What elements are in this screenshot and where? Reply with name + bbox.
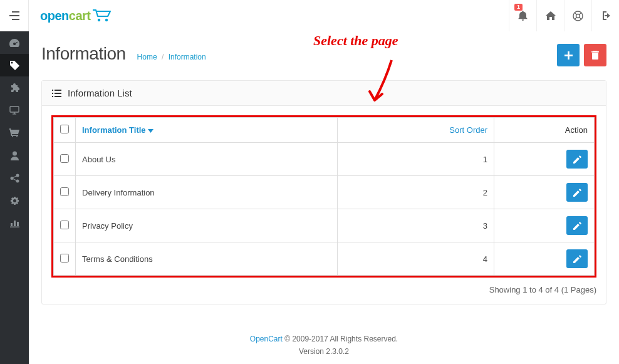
pencil-icon [573, 189, 581, 197]
sidebar-extensions[interactable] [0, 76, 29, 99]
svg-rect-4 [9, 19, 12, 20]
sidebar-marketing[interactable] [0, 167, 29, 189]
pencil-icon [573, 222, 581, 230]
edit-button[interactable] [566, 249, 588, 268]
svg-rect-25 [11, 223, 13, 226]
svg-line-22 [13, 176, 16, 178]
logo-text-open: open [40, 9, 69, 23]
row-sort-order: 2 [338, 176, 494, 209]
edit-button[interactable] [566, 216, 588, 235]
chart-icon [10, 219, 19, 227]
svg-rect-30 [52, 90, 53, 91]
footer-brand-link[interactable]: OpenCart [250, 335, 283, 343]
svg-rect-2 [9, 15, 19, 16]
breadcrumb-separator: / [162, 53, 164, 61]
menu-toggle-icon [9, 11, 19, 20]
plus-icon [564, 51, 573, 60]
svg-point-21 [16, 179, 19, 182]
svg-rect-27 [17, 222, 19, 226]
delete-button[interactable] [584, 44, 606, 66]
table-row: Terms & Conditions 4 [54, 242, 595, 276]
footer-version: Version 2.3.0.2 [41, 345, 606, 358]
svg-point-20 [16, 174, 19, 177]
svg-point-8 [576, 14, 580, 18]
svg-rect-26 [14, 221, 16, 226]
table-wrap: Information Title Sort Order Action Abou… [51, 115, 596, 278]
help-button[interactable] [564, 0, 591, 31]
trash-icon [591, 51, 599, 60]
header-action: Action [494, 118, 595, 143]
sidebar-reports[interactable] [0, 212, 29, 234]
svg-rect-13 [10, 107, 19, 112]
row-checkbox[interactable] [60, 154, 69, 163]
svg-line-11 [575, 17, 576, 19]
sidebar-system[interactable] [0, 189, 29, 212]
cart-icon [9, 128, 19, 137]
svg-point-5 [98, 19, 100, 21]
monitor-icon [9, 106, 19, 115]
row-title: Privacy Policy [76, 209, 338, 242]
sidebar [0, 31, 29, 364]
header: opencart 1 [0, 0, 619, 31]
select-all-checkbox[interactable] [60, 125, 69, 133]
pencil-icon [573, 255, 581, 263]
svg-rect-33 [55, 93, 61, 94]
sidebar-sales[interactable] [0, 122, 29, 144]
pencil-icon [573, 155, 581, 164]
header-select-all [54, 118, 76, 143]
sidebar-customers[interactable] [0, 144, 29, 167]
panel-title: Information List [68, 88, 132, 98]
sidebar-catalog[interactable] [0, 54, 29, 76]
logo[interactable]: opencart [29, 9, 113, 23]
logo-text-cart: cart [69, 9, 91, 23]
header-left: opencart [0, 0, 113, 31]
row-sort-order: 3 [338, 209, 494, 242]
cart-icon [91, 9, 113, 23]
sidebar-dashboard[interactable] [0, 31, 29, 54]
svg-line-10 [580, 13, 581, 14]
breadcrumb-home[interactable]: Home [137, 53, 157, 61]
edit-button[interactable] [566, 183, 588, 202]
add-new-button[interactable] [557, 44, 580, 66]
row-sort-order: 1 [338, 143, 494, 176]
menu-toggle-button[interactable] [0, 0, 29, 31]
table-row: Privacy Policy 3 [54, 209, 595, 242]
page-title: Information [41, 44, 126, 64]
breadcrumb: Home / Information [137, 53, 206, 61]
home-button[interactable] [536, 0, 564, 31]
svg-rect-35 [55, 96, 61, 97]
breadcrumb-current[interactable]: Information [169, 53, 206, 61]
svg-rect-29 [564, 55, 573, 56]
row-title: Delivery Information [76, 176, 338, 209]
svg-point-18 [13, 151, 17, 155]
table-row: Delivery Information 2 [54, 176, 595, 209]
life-ring-icon [573, 11, 583, 21]
dashboard-icon [9, 39, 19, 47]
page-head: Information Home / Information [41, 44, 606, 66]
svg-point-6 [105, 19, 108, 21]
svg-rect-32 [52, 93, 53, 94]
logout-icon [601, 11, 610, 20]
header-title[interactable]: Information Title [76, 118, 338, 143]
panel: Information List Information Title Sort … [41, 80, 606, 304]
footer: OpenCart © 2009-2017 All Rights Reserved… [41, 333, 606, 358]
sidebar-design[interactable] [0, 99, 29, 122]
header-sort-order[interactable]: Sort Order [338, 118, 494, 143]
table-row: About Us 1 [54, 143, 595, 176]
information-table: Information Title Sort Order Action Abou… [53, 117, 595, 276]
notifications-button[interactable]: 1 [509, 0, 536, 31]
panel-head: Information List [42, 81, 606, 106]
logout-button[interactable] [591, 0, 619, 31]
row-checkbox[interactable] [60, 187, 69, 196]
main-content: Information Home / Information Informa [29, 31, 619, 364]
svg-line-9 [575, 13, 576, 14]
user-icon [11, 151, 19, 160]
svg-point-16 [12, 136, 13, 137]
row-checkbox[interactable] [60, 254, 69, 263]
svg-point-19 [10, 177, 13, 180]
row-checkbox[interactable] [60, 221, 69, 229]
header-right: 1 [509, 0, 619, 31]
row-sort-order: 4 [338, 242, 494, 276]
edit-button[interactable] [566, 150, 588, 169]
share-icon [10, 174, 19, 183]
